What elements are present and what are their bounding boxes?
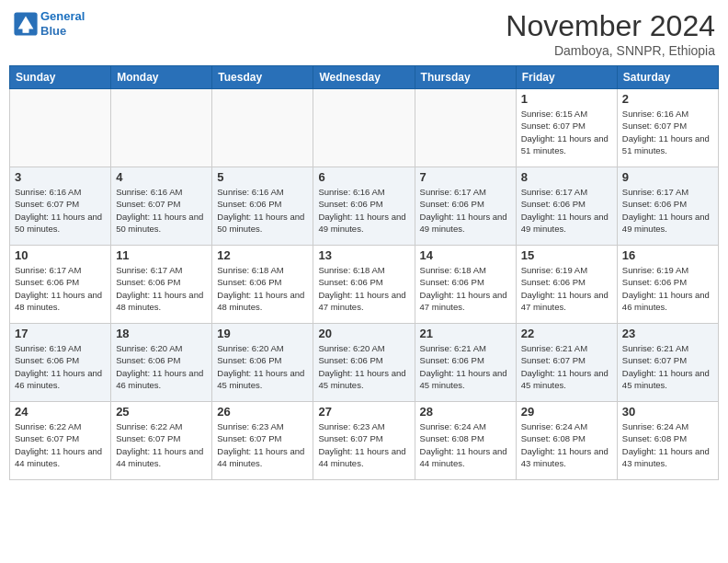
day-number: 16 bbox=[622, 248, 713, 262]
day-number: 30 bbox=[622, 405, 713, 419]
calendar-cell: 24Sunrise: 6:22 AM Sunset: 6:07 PM Dayli… bbox=[10, 402, 111, 480]
day-number: 27 bbox=[318, 405, 409, 419]
calendar-cell bbox=[10, 89, 111, 167]
calendar-cell: 19Sunrise: 6:20 AM Sunset: 6:06 PM Dayli… bbox=[212, 324, 313, 402]
cell-info: Sunrise: 6:22 AM Sunset: 6:07 PM Dayligh… bbox=[15, 420, 106, 469]
page: General Blue November 2024 Damboya, SNNP… bbox=[0, 0, 728, 563]
cell-info: Sunrise: 6:19 AM Sunset: 6:06 PM Dayligh… bbox=[521, 264, 612, 313]
day-number: 14 bbox=[420, 248, 511, 262]
day-number: 26 bbox=[217, 405, 308, 419]
week-row-4: 24Sunrise: 6:22 AM Sunset: 6:07 PM Dayli… bbox=[10, 402, 719, 480]
calendar-body: 1Sunrise: 6:15 AM Sunset: 6:07 PM Daylig… bbox=[10, 89, 719, 480]
week-row-1: 3Sunrise: 6:16 AM Sunset: 6:07 PM Daylig… bbox=[10, 167, 719, 246]
calendar-cell: 12Sunrise: 6:18 AM Sunset: 6:06 PM Dayli… bbox=[212, 246, 313, 324]
header-row: SundayMondayTuesdayWednesdayThursdayFrid… bbox=[10, 66, 719, 89]
cell-info: Sunrise: 6:24 AM Sunset: 6:08 PM Dayligh… bbox=[622, 420, 713, 469]
day-number: 6 bbox=[318, 170, 409, 184]
calendar-cell: 10Sunrise: 6:17 AM Sunset: 6:06 PM Dayli… bbox=[10, 246, 111, 324]
calendar-cell: 18Sunrise: 6:20 AM Sunset: 6:06 PM Dayli… bbox=[111, 324, 212, 402]
week-row-2: 10Sunrise: 6:17 AM Sunset: 6:06 PM Dayli… bbox=[10, 246, 719, 324]
day-number: 25 bbox=[116, 405, 207, 419]
calendar-cell: 7Sunrise: 6:17 AM Sunset: 6:06 PM Daylig… bbox=[415, 167, 516, 246]
day-number: 2 bbox=[622, 92, 713, 106]
cell-info: Sunrise: 6:17 AM Sunset: 6:06 PM Dayligh… bbox=[622, 186, 713, 235]
week-row-0: 1Sunrise: 6:15 AM Sunset: 6:07 PM Daylig… bbox=[10, 89, 719, 167]
cell-info: Sunrise: 6:20 AM Sunset: 6:06 PM Dayligh… bbox=[217, 342, 308, 391]
cell-info: Sunrise: 6:16 AM Sunset: 6:06 PM Dayligh… bbox=[318, 186, 409, 235]
location: Damboya, SNNPR, Ethiopia bbox=[506, 43, 715, 58]
calendar-header: SundayMondayTuesdayWednesdayThursdayFrid… bbox=[10, 66, 719, 89]
calendar-cell: 1Sunrise: 6:15 AM Sunset: 6:07 PM Daylig… bbox=[516, 89, 617, 167]
calendar-cell: 8Sunrise: 6:17 AM Sunset: 6:06 PM Daylig… bbox=[516, 167, 617, 246]
calendar-cell: 25Sunrise: 6:22 AM Sunset: 6:07 PM Dayli… bbox=[111, 402, 212, 480]
day-number: 9 bbox=[622, 170, 713, 184]
calendar-cell: 23Sunrise: 6:21 AM Sunset: 6:07 PM Dayli… bbox=[617, 324, 718, 402]
day-number: 1 bbox=[521, 92, 612, 106]
day-number: 13 bbox=[318, 248, 409, 262]
calendar-cell: 13Sunrise: 6:18 AM Sunset: 6:06 PM Dayli… bbox=[313, 246, 415, 324]
calendar-cell: 22Sunrise: 6:21 AM Sunset: 6:07 PM Dayli… bbox=[516, 324, 617, 402]
day-number: 17 bbox=[15, 327, 106, 340]
day-number: 4 bbox=[116, 170, 207, 184]
calendar-cell bbox=[111, 89, 212, 167]
cell-info: Sunrise: 6:17 AM Sunset: 6:06 PM Dayligh… bbox=[116, 264, 207, 313]
week-row-3: 17Sunrise: 6:19 AM Sunset: 6:06 PM Dayli… bbox=[10, 324, 719, 402]
cell-info: Sunrise: 6:18 AM Sunset: 6:06 PM Dayligh… bbox=[217, 264, 308, 313]
calendar-cell: 17Sunrise: 6:19 AM Sunset: 6:06 PM Dayli… bbox=[10, 324, 111, 402]
cell-info: Sunrise: 6:20 AM Sunset: 6:06 PM Dayligh… bbox=[116, 342, 207, 391]
cell-info: Sunrise: 6:22 AM Sunset: 6:07 PM Dayligh… bbox=[116, 420, 207, 469]
cell-info: Sunrise: 6:17 AM Sunset: 6:06 PM Dayligh… bbox=[15, 264, 106, 313]
month-title: November 2024 bbox=[506, 9, 715, 43]
calendar-cell: 14Sunrise: 6:18 AM Sunset: 6:06 PM Dayli… bbox=[415, 246, 516, 324]
title-block: November 2024 Damboya, SNNPR, Ethiopia bbox=[506, 9, 715, 58]
header-day-saturday: Saturday bbox=[617, 66, 718, 89]
cell-info: Sunrise: 6:19 AM Sunset: 6:06 PM Dayligh… bbox=[15, 342, 106, 391]
day-number: 8 bbox=[521, 170, 612, 184]
day-number: 7 bbox=[420, 170, 511, 184]
day-number: 18 bbox=[116, 327, 207, 340]
logo-text: General Blue bbox=[40, 9, 85, 38]
day-number: 20 bbox=[318, 327, 409, 340]
calendar-cell: 15Sunrise: 6:19 AM Sunset: 6:06 PM Dayli… bbox=[516, 246, 617, 324]
header: General Blue November 2024 Damboya, SNNP… bbox=[9, 9, 719, 58]
cell-info: Sunrise: 6:18 AM Sunset: 6:06 PM Dayligh… bbox=[318, 264, 409, 313]
day-number: 28 bbox=[420, 405, 511, 419]
calendar-cell: 21Sunrise: 6:21 AM Sunset: 6:06 PM Dayli… bbox=[415, 324, 516, 402]
calendar-cell: 30Sunrise: 6:24 AM Sunset: 6:08 PM Dayli… bbox=[617, 402, 718, 480]
day-number: 12 bbox=[217, 248, 308, 262]
cell-info: Sunrise: 6:21 AM Sunset: 6:07 PM Dayligh… bbox=[521, 342, 612, 391]
cell-info: Sunrise: 6:20 AM Sunset: 6:06 PM Dayligh… bbox=[318, 342, 409, 391]
calendar-cell: 4Sunrise: 6:16 AM Sunset: 6:07 PM Daylig… bbox=[111, 167, 212, 246]
calendar-cell bbox=[212, 89, 313, 167]
logo-icon bbox=[13, 11, 39, 37]
calendar-cell bbox=[415, 89, 516, 167]
cell-info: Sunrise: 6:18 AM Sunset: 6:06 PM Dayligh… bbox=[420, 264, 511, 313]
header-day-friday: Friday bbox=[516, 66, 617, 89]
calendar-cell: 26Sunrise: 6:23 AM Sunset: 6:07 PM Dayli… bbox=[212, 402, 313, 480]
day-number: 15 bbox=[521, 248, 612, 262]
calendar-cell: 20Sunrise: 6:20 AM Sunset: 6:06 PM Dayli… bbox=[313, 324, 415, 402]
cell-info: Sunrise: 6:15 AM Sunset: 6:07 PM Dayligh… bbox=[521, 108, 612, 156]
day-number: 24 bbox=[15, 405, 106, 419]
cell-info: Sunrise: 6:23 AM Sunset: 6:07 PM Dayligh… bbox=[217, 420, 308, 469]
calendar-table: SundayMondayTuesdayWednesdayThursdayFrid… bbox=[9, 65, 719, 480]
calendar-cell: 29Sunrise: 6:24 AM Sunset: 6:08 PM Dayli… bbox=[516, 402, 617, 480]
cell-info: Sunrise: 6:19 AM Sunset: 6:06 PM Dayligh… bbox=[622, 264, 713, 313]
header-day-wednesday: Wednesday bbox=[313, 66, 415, 89]
cell-info: Sunrise: 6:23 AM Sunset: 6:07 PM Dayligh… bbox=[318, 420, 409, 469]
calendar-cell: 6Sunrise: 6:16 AM Sunset: 6:06 PM Daylig… bbox=[313, 167, 415, 246]
calendar-cell: 16Sunrise: 6:19 AM Sunset: 6:06 PM Dayli… bbox=[617, 246, 718, 324]
cell-info: Sunrise: 6:21 AM Sunset: 6:06 PM Dayligh… bbox=[420, 342, 511, 391]
header-day-thursday: Thursday bbox=[415, 66, 516, 89]
header-day-sunday: Sunday bbox=[10, 66, 111, 89]
header-day-tuesday: Tuesday bbox=[212, 66, 313, 89]
day-number: 11 bbox=[116, 248, 207, 262]
cell-info: Sunrise: 6:17 AM Sunset: 6:06 PM Dayligh… bbox=[420, 186, 511, 235]
calendar-cell: 9Sunrise: 6:17 AM Sunset: 6:06 PM Daylig… bbox=[617, 167, 718, 246]
calendar-cell: 2Sunrise: 6:16 AM Sunset: 6:07 PM Daylig… bbox=[617, 89, 718, 167]
day-number: 5 bbox=[217, 170, 308, 184]
cell-info: Sunrise: 6:16 AM Sunset: 6:07 PM Dayligh… bbox=[15, 186, 106, 235]
logo-blue: Blue bbox=[40, 24, 66, 38]
cell-info: Sunrise: 6:17 AM Sunset: 6:06 PM Dayligh… bbox=[521, 186, 612, 235]
day-number: 29 bbox=[521, 405, 612, 419]
